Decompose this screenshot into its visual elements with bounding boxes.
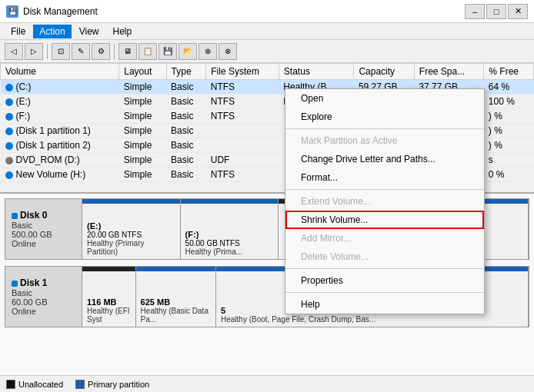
col-fs[interactable]: File System — [206, 64, 279, 80]
ctx-item-shrink-volume...[interactable]: Shrink Volume... — [285, 211, 484, 229]
ctx-item-extend-volume...: Extend Volume... — [285, 192, 484, 211]
cell-type: Basic — [166, 168, 206, 182]
legend-unalloc-label: Unallocated — [18, 380, 63, 389]
cell-fs: UDF — [206, 153, 279, 168]
cell-fs — [206, 138, 279, 153]
status-bar: Unallocated Primary partition — [0, 375, 534, 392]
ctx-item-change-drive-letter-and-paths...[interactable]: Change Drive Letter and Paths... — [285, 150, 484, 168]
cell-pct: 0 % — [484, 168, 534, 182]
context-menu-separator — [285, 128, 484, 129]
ctx-item-delete-volume...: Delete Volume... — [285, 247, 484, 266]
cell-type: Basic — [166, 138, 206, 153]
ctx-item-format...[interactable]: Format... — [285, 168, 484, 187]
cell-volume: (Disk 1 partition 1) — [1, 124, 119, 138]
app-icon: 💾 — [6, 5, 18, 18]
context-menu[interactable]: OpenExploreMark Partition as ActiveChang… — [285, 88, 485, 314]
toolbar-btn-10[interactable]: ⊕ — [199, 43, 217, 60]
toolbar-btn-6[interactable]: 🖥 — [118, 43, 137, 60]
toolbar-btn-11[interactable]: ⊗ — [219, 43, 237, 60]
partition-1-1[interactable]: 625 MB Healthy (Basic Data Pa... — [136, 267, 216, 327]
cell-volume: DVD_ROM (D:) — [1, 153, 119, 168]
col-type[interactable]: Type — [166, 64, 206, 80]
partition-status: Healthy (Boot, Page File, Crash Dump, Ba… — [221, 315, 523, 324]
partition-1-0[interactable]: 116 MB Healthy (EFI Syst — [82, 267, 136, 327]
cell-layout: Simple — [119, 138, 166, 153]
close-button[interactable]: ✕ — [508, 4, 528, 19]
legend-unalloc-box — [6, 380, 15, 389]
col-capacity[interactable]: Capacity — [354, 64, 414, 80]
col-free[interactable]: Free Spa... — [414, 64, 483, 80]
disk-icon — [12, 281, 18, 287]
menu-file[interactable]: File — [5, 25, 32, 38]
legend-primary: Primary partition — [75, 380, 149, 389]
cell-layout: Simple — [119, 80, 166, 95]
col-layout[interactable]: Layout — [119, 64, 166, 80]
context-menu-separator — [285, 292, 484, 293]
cell-volume: (Disk 1 partition 2) — [1, 138, 119, 153]
menu-bar: File Action View Help — [0, 23, 534, 40]
disk-status: Online — [12, 239, 75, 248]
ctx-item-explore[interactable]: Explore — [285, 108, 484, 126]
cell-type: Basic — [166, 153, 206, 168]
cell-fs: NTFS — [206, 95, 279, 109]
ctx-item-open[interactable]: Open — [285, 89, 484, 108]
partition-header — [82, 267, 135, 271]
toolbar-btn-3[interactable]: ⊡ — [52, 43, 70, 60]
ctx-item-properties[interactable]: Properties — [285, 271, 484, 290]
col-volume[interactable]: Volume — [1, 64, 119, 80]
col-status[interactable]: Status — [279, 64, 354, 80]
partition-status: Healthy (Prima... — [185, 247, 274, 256]
maximize-button[interactable]: □ — [486, 4, 506, 19]
partition-0-0[interactable]: (E:) 20.00 GB NTFS Healthy (Primary Part… — [82, 199, 181, 259]
toolbar-btn-4[interactable]: ✎ — [72, 43, 90, 60]
legend-primary-box — [75, 380, 85, 389]
legend-unallocated: Unallocated — [6, 380, 63, 389]
partition-status: Healthy (EFI Syst — [87, 307, 131, 324]
disk-type: Basic — [12, 288, 75, 297]
forward-button[interactable]: ▷ — [25, 43, 43, 60]
toolbar-btn-8[interactable]: 💾 — [159, 43, 177, 60]
disk-name: Disk 1 — [12, 277, 75, 288]
menu-help[interactable]: Help — [107, 25, 139, 38]
toolbar-sep-1 — [47, 44, 48, 59]
cell-type: Basic — [166, 95, 206, 109]
minimize-button[interactable]: – — [465, 4, 485, 19]
menu-action[interactable]: Action — [33, 25, 71, 38]
back-button[interactable]: ◁ — [5, 43, 23, 60]
toolbar-btn-7[interactable]: 📋 — [139, 43, 157, 60]
partition-label: (F:) — [185, 230, 274, 239]
ctx-item-mark-partition-as-active: Mark Partition as Active — [285, 131, 484, 150]
cell-pct: ) % — [484, 138, 534, 153]
disk-size: 500.00 GB — [12, 230, 75, 239]
toolbar-sep-2 — [114, 44, 115, 59]
toolbar: ◁ ▷ ⊡ ✎ ⚙ 🖥 📋 💾 📂 ⊕ ⊗ — [0, 40, 534, 63]
cell-layout: Simple — [119, 153, 166, 168]
partition-label: 116 MB — [87, 297, 131, 307]
cell-pct: ) % — [484, 109, 534, 124]
window-controls[interactable]: – □ ✕ — [465, 4, 528, 19]
disk-icon — [5, 98, 13, 106]
partition-status: Healthy (Primary Partition) — [87, 239, 175, 256]
cell-fs: NTFS — [206, 109, 279, 124]
legend-primary-label: Primary partition — [88, 380, 149, 389]
cell-volume: (C:) — [1, 80, 119, 95]
disk-size: 60.00 GB — [12, 297, 75, 307]
cell-pct: 100 % — [484, 95, 534, 109]
toolbar-btn-5[interactable]: ⚙ — [92, 43, 110, 60]
partition-0-1[interactable]: (F:) 50.00 GB NTFS Healthy (Prima... — [181, 199, 279, 259]
ctx-item-help[interactable]: Help — [285, 295, 484, 314]
partition-label: (E:) — [87, 221, 175, 231]
disk-label-0: Disk 0 Basic 500.00 GB Online — [5, 199, 82, 259]
cell-pct: 64 % — [484, 80, 534, 95]
disk-name: Disk 0 — [12, 210, 75, 221]
window-title: Disk Management — [23, 6, 465, 17]
title-bar: 💾 Disk Management – □ ✕ — [0, 0, 534, 23]
partition-header — [136, 267, 215, 271]
cell-fs: NTFS — [206, 168, 279, 182]
context-menu-separator — [285, 268, 484, 269]
partition-size: 50.00 GB NTFS — [185, 239, 274, 247]
disk-icon — [5, 142, 13, 150]
menu-view[interactable]: View — [73, 25, 105, 38]
col-pct[interactable]: % Free — [484, 64, 534, 80]
toolbar-btn-9[interactable]: 📂 — [179, 43, 197, 60]
